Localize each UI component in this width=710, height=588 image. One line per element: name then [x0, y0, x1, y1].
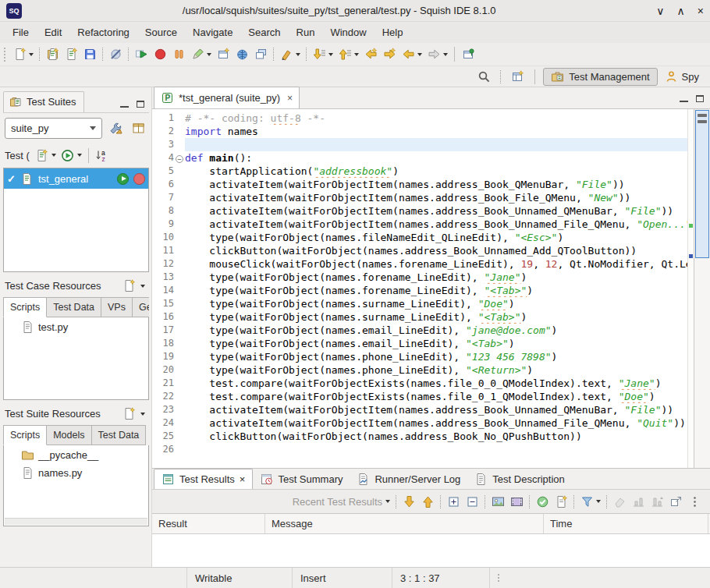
- record-test-case-icon[interactable]: [133, 173, 145, 185]
- jump-up-icon[interactable]: [418, 492, 437, 511]
- maximize-view-button[interactable]: [137, 101, 144, 108]
- recent-test-results-label[interactable]: Recent Test Results: [293, 496, 382, 508]
- perspective-test-management[interactable]: Test Management: [543, 68, 657, 86]
- window-minimize-button[interactable]: ∨: [656, 5, 664, 17]
- dropdown-arrow-icon[interactable]: [417, 53, 422, 56]
- code-line[interactable]: 8 activateItem(waitForObjectItem(names.a…: [152, 204, 687, 218]
- file-item[interactable]: names.py: [4, 463, 148, 481]
- last-edit-down-icon[interactable]: [310, 45, 328, 64]
- pin-editor-icon[interactable]: [459, 45, 477, 64]
- checkmark-icon[interactable]: ✓: [7, 173, 16, 185]
- dropdown-arrow-icon[interactable]: [443, 53, 448, 56]
- video-icon[interactable]: [507, 492, 526, 511]
- code-line[interactable]: 22 test.compare(waitForObjectExists(name…: [152, 390, 687, 403]
- test-case-row[interactable]: ✓ tst_general: [4, 168, 148, 189]
- results-tab-runner-server-log[interactable]: Runner/Server Log: [350, 469, 467, 489]
- code-line[interactable]: 24 activateItem(waitForObjectItem(names.…: [152, 416, 687, 430]
- tsr-tab-test-data[interactable]: Test Data: [92, 425, 147, 445]
- code-line[interactable]: 25 clickButton(waitForObject(names.addre…: [152, 430, 687, 443]
- menu-file[interactable]: File: [5, 23, 37, 41]
- forward-icon[interactable]: [424, 45, 443, 64]
- code-line[interactable]: 2import names: [152, 125, 687, 138]
- folder-item[interactable]: __pycache__: [4, 445, 148, 463]
- menu-refactoring[interactable]: Refactoring: [69, 23, 137, 41]
- menu-navigate[interactable]: Navigate: [185, 23, 240, 41]
- minimize-editor-button[interactable]: [680, 95, 688, 102]
- highlighter-icon[interactable]: [277, 45, 296, 64]
- back-annotation-icon[interactable]: [361, 45, 380, 64]
- tcr-tab-test-data[interactable]: Test Data: [47, 297, 101, 317]
- code-line[interactable]: 19 type(waitForObject(names.phone_LineEd…: [152, 350, 687, 363]
- code-line[interactable]: 18 type(waitForObject(names.email_LineEd…: [152, 337, 687, 350]
- code-line[interactable]: 13 type(waitForObject(names.forename_Lin…: [152, 271, 687, 284]
- test-suites-view-tab[interactable]: Test Suites: [3, 91, 84, 112]
- code-line[interactable]: 17 type(waitForObject(names.email_LineEd…: [152, 324, 687, 337]
- dropdown-arrow-icon[interactable]: [596, 500, 601, 503]
- object-picker-icon[interactable]: [188, 45, 207, 64]
- last-edit-up-icon[interactable]: [335, 45, 354, 64]
- code-line[interactable]: 6 activateItem(waitForObjectItem(names.a…: [152, 178, 687, 191]
- editor-tab-tst-general[interactable]: P *tst_general (suite_py) ×: [154, 87, 300, 108]
- code-line[interactable]: 26: [152, 443, 687, 456]
- menu-window[interactable]: Window: [322, 23, 374, 41]
- dropdown-arrow-icon[interactable]: [385, 500, 390, 503]
- dropdown-arrow-icon[interactable]: [328, 53, 333, 56]
- resources-menu-dropdown[interactable]: [140, 413, 145, 416]
- fold-collapse-icon[interactable]: −: [176, 155, 183, 163]
- editor-scrollbar[interactable]: [694, 109, 710, 468]
- run-test-suite-dropdown[interactable]: [77, 154, 82, 157]
- code-line[interactable]: 15 type(waitForObject(names.surname_Line…: [152, 297, 687, 310]
- new-resource-icon[interactable]: [122, 407, 136, 420]
- overview-ruler[interactable]: [687, 109, 694, 468]
- screenshot-icon[interactable]: [488, 492, 507, 511]
- menu-help[interactable]: Help: [375, 23, 411, 41]
- expand-all-icon[interactable]: [444, 492, 463, 511]
- tsr-tab-scripts[interactable]: Scripts: [3, 425, 47, 445]
- menu-search[interactable]: Search: [240, 23, 288, 41]
- dropdown-arrow-icon[interactable]: [296, 53, 300, 56]
- filter-icon[interactable]: [577, 492, 596, 511]
- run-test-suite-icon[interactable]: [59, 146, 77, 165]
- new-test-case-dropdown[interactable]: [51, 154, 56, 157]
- code-line[interactable]: 20 type(waitForObject(names.phone_LineEd…: [152, 363, 687, 377]
- code-line[interactable]: 10 type(waitForObject(names.fileNameEdit…: [152, 231, 687, 244]
- suite-config-table-icon[interactable]: [129, 119, 147, 138]
- pause-icon[interactable]: [169, 45, 188, 64]
- results-tab-test-results[interactable]: Test Results×: [154, 469, 253, 489]
- tcr-tab-vps[interactable]: VPs: [101, 297, 133, 317]
- code-line[interactable]: 3: [152, 138, 687, 151]
- code-line[interactable]: 1# -*- coding: utf-8 -*-: [152, 112, 687, 125]
- code-line[interactable]: 12 mouseClick(waitForObject(names.forena…: [152, 257, 687, 271]
- record-icon[interactable]: [151, 45, 169, 64]
- switch-window-icon[interactable]: [251, 45, 270, 64]
- code-line[interactable]: 23 activateItem(waitForObjectItem(names.…: [152, 403, 687, 416]
- new-test-case-icon[interactable]: [62, 45, 80, 64]
- column-header-result[interactable]: Result: [152, 514, 265, 533]
- back-icon[interactable]: [399, 45, 417, 64]
- forward-annotation-icon[interactable]: [380, 45, 399, 64]
- close-icon[interactable]: ×: [240, 473, 246, 485]
- save-icon[interactable]: [80, 45, 99, 64]
- search-icon[interactable]: [474, 67, 493, 86]
- tcr-tab-gestures[interactable]: Gestures: [133, 297, 149, 317]
- results-tab-test-description[interactable]: Test Description: [467, 469, 571, 489]
- new-report-icon[interactable]: [552, 492, 570, 511]
- code-line[interactable]: 5 startApplication("addressbook"): [152, 165, 687, 178]
- web-browser-icon[interactable]: [233, 45, 251, 64]
- open-external-icon[interactable]: [666, 492, 685, 511]
- new-test-case-icon[interactable]: [33, 146, 51, 165]
- code-line[interactable]: 7 activateItem(waitForObjectItem(names.a…: [152, 191, 687, 204]
- collapse-all-icon[interactable]: [463, 492, 481, 511]
- code-editor[interactable]: 1# -*- coding: utf-8 -*-2import names34−…: [152, 109, 710, 468]
- close-icon[interactable]: ×: [287, 93, 293, 104]
- minimize-view-button[interactable]: [120, 101, 129, 108]
- dropdown-arrow-icon[interactable]: [29, 53, 34, 56]
- code-line[interactable]: 9 activateItem(waitForObjectItem(names.a…: [152, 218, 687, 231]
- tsr-tab-models[interactable]: Models: [47, 425, 91, 445]
- maximize-editor-button[interactable]: [696, 95, 704, 102]
- code-line[interactable]: 16 type(waitForObject(names.surname_Line…: [152, 310, 687, 324]
- code-line[interactable]: 21 test.compare(waitForObjectExists(name…: [152, 377, 687, 390]
- file-item[interactable]: test.py: [4, 317, 148, 335]
- new-icon[interactable]: [10, 45, 29, 64]
- results-tab-test-summary[interactable]: Test Summary: [253, 469, 350, 489]
